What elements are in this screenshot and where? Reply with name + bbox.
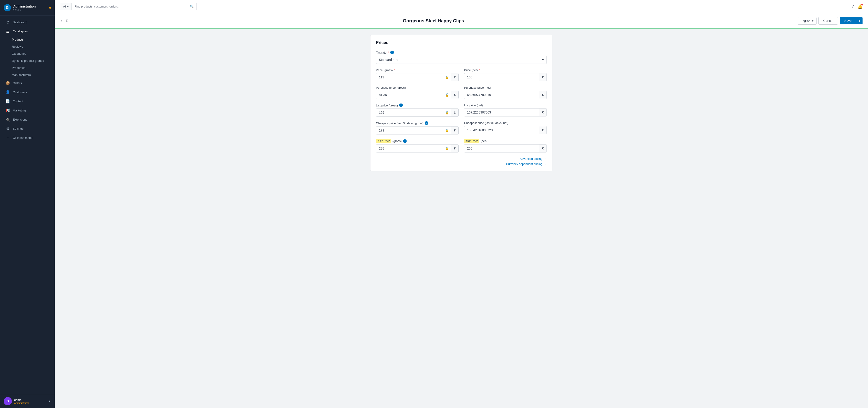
cheapest-net-input-group: €	[464, 126, 547, 134]
prices-section-title: Prices	[376, 40, 547, 45]
lock-icon[interactable]: 🔒	[443, 76, 451, 79]
notifications-icon[interactable]: 🔔	[858, 4, 863, 9]
list-gross-info-icon[interactable]: i	[399, 104, 403, 107]
lock-icon[interactable]: 🔒	[443, 147, 451, 150]
cheapest-gross-field: Cheapest price (last 30 days, gross) i 🔒…	[376, 121, 459, 135]
currency-label: €	[539, 91, 547, 99]
required-star: *	[394, 68, 395, 72]
sidebar-item-manufacturers[interactable]: Manufacturers	[0, 71, 55, 79]
sidebar-item-settings[interactable]: ⚙ Settings	[2, 124, 53, 133]
main-content: All ▾ 🔍 ? 🔔 ‹ ⧉ Gorgeous Steel Happy Cli…	[55, 0, 868, 408]
sidebar-item-label: Customers	[13, 90, 27, 94]
purchase-gross-input-group: 🔒 €	[376, 91, 459, 99]
user-role: Administrator	[14, 402, 29, 404]
price-net-input[interactable]	[464, 74, 539, 81]
lock-icon[interactable]: 🔒	[443, 111, 451, 114]
sidebar-item-label: Catalogues	[13, 30, 28, 33]
logo-icon: G	[4, 4, 11, 11]
chevron-down-icon: ▾	[67, 5, 69, 8]
language-selector[interactable]: English ▾	[798, 17, 817, 25]
sidebar-item-label: Settings	[13, 127, 24, 130]
extensions-icon: 🔌	[5, 117, 10, 122]
user-info: demo Administrator	[14, 398, 29, 404]
rrp-gross-label-suffix: (gross)	[392, 139, 401, 143]
currency-label: €	[539, 74, 547, 81]
rrp-gross-info-icon[interactable]: i	[403, 139, 407, 143]
rrp-gross-input[interactable]	[376, 145, 443, 152]
sidebar-item-extensions[interactable]: 🔌 Extensions	[2, 115, 53, 124]
purchase-net-input[interactable]	[464, 91, 539, 99]
cheapest-gross-label: Cheapest price (last 30 days, gross) i	[376, 121, 459, 125]
help-icon[interactable]: ?	[851, 4, 854, 9]
sidebar-item-catalogues[interactable]: ☰ Catalogues	[2, 27, 53, 36]
status-dot	[49, 7, 51, 9]
save-button[interactable]: Save	[840, 17, 856, 24]
rrp-gross-field: RRP Price (gross) i 🔒 €	[376, 139, 459, 152]
currency-pricing-label: Currency dependent pricing	[506, 162, 542, 166]
search-input[interactable]	[72, 3, 187, 10]
sidebar-item-orders[interactable]: 📦 Orders	[2, 79, 53, 88]
list-gross-input[interactable]	[376, 109, 443, 116]
notification-dot	[861, 4, 863, 5]
sidebar-logo: G Administration 6.5.2.1	[0, 0, 55, 16]
dashboard-icon: ⊙	[5, 20, 10, 24]
price-gross-label: Price (gross) *	[376, 68, 459, 72]
back-icon[interactable]: ‹	[60, 18, 63, 24]
sidebar-nav: ⊙ Dashboard ☰ Catalogues Products Review…	[0, 16, 55, 394]
lock-icon[interactable]: 🔒	[443, 128, 451, 132]
sidebar-item-categories[interactable]: Categories	[0, 50, 55, 57]
cheapest-net-input[interactable]	[464, 126, 539, 134]
sidebar-item-reviews[interactable]: Reviews	[0, 43, 55, 50]
currency-label: €	[451, 145, 458, 152]
save-button-group: Save ▾	[840, 17, 863, 24]
search-button[interactable]: 🔍	[187, 3, 196, 10]
sidebar-item-content[interactable]: 📄 Content	[2, 97, 53, 106]
currency-pricing-link[interactable]: Currency dependent pricing →	[376, 162, 547, 166]
list-net-input-group: €	[464, 108, 547, 116]
search-prefix-label: All	[63, 5, 66, 8]
price-gross-input[interactable]	[376, 74, 443, 81]
purchase-gross-field: Purchase price (gross) 🔒 €	[376, 86, 459, 99]
rrp-gross-label: RRP Price (gross) i	[376, 139, 459, 143]
rrp-net-label-prefix: RRP Price	[464, 139, 479, 143]
tax-rate-value: Standard rate	[379, 58, 398, 62]
cheapest-gross-input[interactable]	[376, 126, 443, 134]
advanced-pricing-link[interactable]: Advanced pricing →	[376, 157, 547, 161]
copy-icon[interactable]: ⧉	[65, 18, 69, 24]
chevron-up-icon[interactable]: ▲	[48, 400, 51, 403]
rrp-gross-label-prefix: RRP Price	[376, 139, 391, 143]
page-nav-icons: ‹ ⧉	[60, 18, 69, 24]
sidebar-item-label: Orders	[13, 81, 22, 85]
rrp-gross-input-group: 🔒 €	[376, 144, 459, 152]
tax-rate-select[interactable]: Standard rate ▾	[376, 56, 547, 64]
marketing-icon: 📢	[5, 108, 10, 113]
sidebar-collapse-menu[interactable]: ← Collapse menu	[2, 133, 53, 142]
save-dropdown-button[interactable]: ▾	[856, 17, 863, 24]
sidebar-item-products[interactable]: Products	[0, 36, 55, 43]
list-gross-label: List price (gross) i	[376, 104, 459, 107]
sidebar-item-customers[interactable]: 👤 Customers	[2, 88, 53, 97]
sidebar-item-dashboard[interactable]: ⊙ Dashboard	[2, 18, 53, 27]
user-name: demo	[14, 398, 29, 402]
tax-rate-info-icon[interactable]: i	[390, 51, 394, 54]
logo-text-group: Administration 6.5.2.1	[13, 5, 36, 11]
purchase-gross-input[interactable]	[376, 91, 443, 99]
topbar: All ▾ 🔍 ? 🔔	[55, 0, 868, 13]
lock-icon[interactable]: 🔒	[443, 93, 451, 97]
cheapest-gross-info-icon[interactable]: i	[425, 121, 428, 125]
collapse-label: Collapse menu	[13, 136, 33, 140]
sidebar-item-dynamic-product-groups[interactable]: Dynamic product groups	[0, 57, 55, 64]
sidebar-item-marketing[interactable]: 📢 Marketing	[2, 106, 53, 115]
sidebar-item-properties[interactable]: Properties	[0, 64, 55, 71]
tax-rate-label: Tax rate * i	[376, 51, 547, 54]
cancel-button[interactable]: Cancel	[818, 17, 838, 25]
rrp-net-input[interactable]	[464, 145, 539, 152]
purchase-price-row: Purchase price (gross) 🔒 € Purchase pric…	[376, 86, 547, 99]
tax-rate-row: Tax rate * i Standard rate ▾	[376, 51, 547, 64]
sidebar-item-label: Content	[13, 99, 23, 103]
page-title: Gorgeous Steel Happy Clips	[73, 18, 794, 24]
search-prefix-button[interactable]: All ▾	[60, 3, 72, 10]
list-net-input[interactable]	[464, 109, 539, 116]
app-name: Administration	[13, 5, 36, 8]
arrow-icon: →	[544, 162, 547, 166]
